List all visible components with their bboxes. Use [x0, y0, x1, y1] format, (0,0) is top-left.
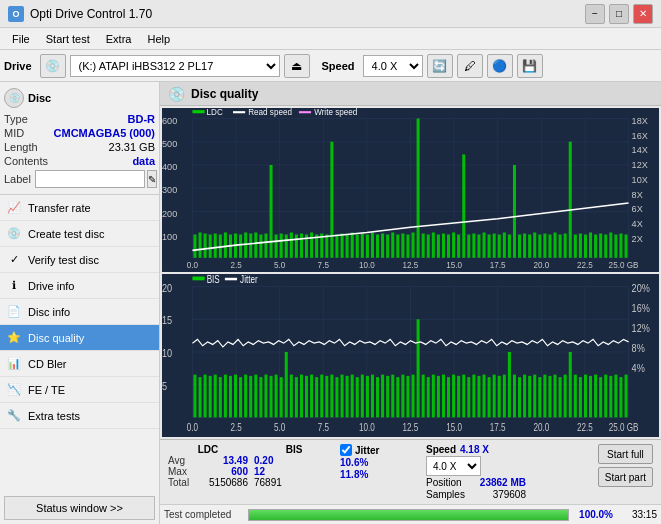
- svg-text:7.5: 7.5: [318, 422, 329, 433]
- svg-rect-176: [204, 374, 207, 417]
- svg-text:2.5: 2.5: [230, 422, 241, 433]
- jitter-checkbox[interactable]: [340, 444, 352, 456]
- svg-rect-207: [361, 374, 364, 417]
- jitter-avg: 10.6%: [340, 457, 368, 468]
- jitter-max: 11.8%: [340, 469, 368, 480]
- svg-text:20.0: 20.0: [533, 422, 549, 433]
- svg-text:BIS: BIS: [207, 274, 220, 285]
- speed-label: Speed: [322, 60, 355, 72]
- sidebar-item-verify-test-disc[interactable]: ✓ Verify test disc: [0, 247, 159, 273]
- svg-text:10.0: 10.0: [359, 422, 375, 433]
- sidebar-item-cd-bler[interactable]: 📊 CD Bler: [0, 351, 159, 377]
- menu-help[interactable]: Help: [139, 31, 178, 47]
- svg-rect-68: [310, 232, 313, 257]
- minimize-button[interactable]: −: [585, 4, 605, 24]
- svg-rect-240: [528, 375, 531, 417]
- svg-rect-51: [224, 232, 227, 257]
- svg-rect-90: [422, 234, 425, 258]
- svg-rect-196: [305, 375, 308, 417]
- disc-label-row: Label ✎: [4, 170, 155, 188]
- svg-rect-182: [234, 374, 237, 417]
- svg-rect-82: [381, 234, 384, 258]
- svg-rect-215: [401, 374, 404, 417]
- svg-text:8%: 8%: [632, 342, 645, 354]
- svg-text:2.5: 2.5: [230, 261, 242, 270]
- svg-text:400: 400: [162, 162, 177, 172]
- maximize-button[interactable]: □: [609, 4, 629, 24]
- svg-text:4%: 4%: [632, 362, 645, 374]
- menu-file[interactable]: File: [4, 31, 38, 47]
- mid-label: MID: [4, 127, 24, 139]
- disc-length-row: Length 23.31 GB: [4, 140, 155, 154]
- disc-title: Disc: [28, 92, 51, 104]
- sidebar-item-create-test-disc[interactable]: 💿 Create test disc: [0, 221, 159, 247]
- svg-rect-56: [249, 234, 252, 258]
- disc-mid-row: MID CMCMAGBA5 (000): [4, 126, 155, 140]
- refresh-button[interactable]: 🔄: [427, 54, 453, 78]
- content-disc-icon: 💿: [168, 86, 185, 102]
- menu-start-test[interactable]: Start test: [38, 31, 98, 47]
- eject-button[interactable]: ⏏: [284, 54, 310, 78]
- svg-rect-78: [361, 234, 364, 258]
- drive-select[interactable]: (K:) ATAPI iHBS312 2 PL17: [70, 55, 280, 77]
- speed-select-stats[interactable]: 4.0 X: [426, 456, 481, 476]
- status-window-button[interactable]: Status window >>: [4, 496, 155, 520]
- svg-rect-177: [209, 375, 212, 417]
- speed-val: 4.18 X: [460, 444, 489, 455]
- svg-rect-119: [569, 142, 572, 258]
- svg-rect-178: [214, 374, 217, 417]
- svg-rect-226: [457, 375, 460, 417]
- close-button[interactable]: ✕: [633, 4, 653, 24]
- svg-rect-98: [462, 154, 465, 257]
- svg-rect-259: [625, 374, 628, 417]
- svg-rect-229: [472, 374, 475, 417]
- mid-value: CMCMAGBA5 (000): [54, 127, 155, 139]
- status-text: Test completed: [164, 509, 244, 520]
- svg-rect-94: [442, 234, 445, 258]
- svg-rect-234: [498, 375, 501, 417]
- svg-rect-257: [614, 374, 617, 417]
- bis-stats: BIS 0.20 12 76891: [254, 444, 334, 488]
- svg-text:12.5: 12.5: [403, 261, 419, 270]
- svg-rect-84: [391, 232, 394, 257]
- svg-rect-197: [310, 374, 313, 417]
- svg-text:20%: 20%: [632, 281, 650, 293]
- svg-rect-47: [204, 234, 207, 258]
- svg-rect-89: [417, 119, 420, 258]
- svg-rect-105: [498, 235, 501, 258]
- sidebar-item-disc-quality[interactable]: ⭐ Disc quality: [0, 325, 159, 351]
- settings-btn2[interactable]: 🔵: [487, 54, 513, 78]
- save-button[interactable]: 💾: [517, 54, 543, 78]
- svg-text:Jitter: Jitter: [240, 274, 258, 285]
- svg-rect-131: [192, 110, 204, 113]
- sidebar-item-transfer-rate[interactable]: 📈 Transfer rate: [0, 195, 159, 221]
- start-part-button[interactable]: Start part: [598, 467, 653, 487]
- progress-time: 33:15: [617, 509, 657, 520]
- progress-bar-fill: [249, 510, 568, 520]
- svg-rect-95: [447, 235, 450, 258]
- drive-icon-btn[interactable]: 💿: [40, 54, 66, 78]
- label-edit-btn[interactable]: ✎: [147, 170, 157, 188]
- menu-extra[interactable]: Extra: [98, 31, 140, 47]
- settings-btn1[interactable]: 🖊: [457, 54, 483, 78]
- ldc-total: 5150686: [209, 477, 248, 488]
- start-full-button[interactable]: Start full: [598, 444, 653, 464]
- sidebar-item-extra-tests[interactable]: 🔧 Extra tests: [0, 403, 159, 429]
- svg-rect-62: [280, 234, 283, 258]
- svg-rect-60: [270, 165, 273, 258]
- sidebar-item-fe-te[interactable]: 📉 FE / TE: [0, 377, 159, 403]
- speed-select[interactable]: 4.0 X: [363, 55, 423, 77]
- svg-text:14X: 14X: [632, 145, 648, 155]
- sidebar-item-drive-info[interactable]: ℹ Drive info: [0, 273, 159, 299]
- svg-text:12.5: 12.5: [403, 422, 419, 433]
- svg-text:600: 600: [162, 116, 177, 126]
- svg-rect-216: [406, 375, 409, 417]
- svg-text:20.0: 20.0: [533, 261, 549, 270]
- svg-text:7.5: 7.5: [318, 261, 330, 270]
- svg-text:Write speed: Write speed: [314, 108, 357, 117]
- svg-rect-104: [493, 234, 496, 258]
- svg-text:10.0: 10.0: [359, 261, 375, 270]
- menubar: File Start test Extra Help: [0, 28, 661, 50]
- label-input[interactable]: [35, 170, 145, 188]
- sidebar-item-disc-info[interactable]: 📄 Disc info: [0, 299, 159, 325]
